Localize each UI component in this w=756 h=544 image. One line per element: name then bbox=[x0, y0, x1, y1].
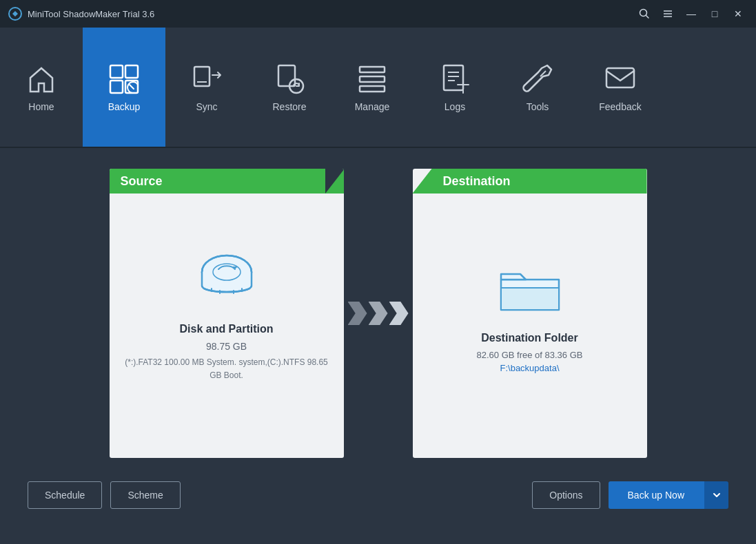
app-logo-icon bbox=[8, 7, 22, 21]
title-bar: MiniTool ShadowMaker Trial 3.6 — □ ✕ bbox=[0, 0, 756, 28]
svg-rect-23 bbox=[606, 68, 634, 87]
chevron-2 bbox=[369, 302, 388, 325]
nav-item-manage[interactable]: Manage bbox=[331, 28, 413, 147]
sync-icon bbox=[190, 63, 223, 96]
nav-label-manage: Manage bbox=[355, 101, 390, 112]
destination-header: Destination bbox=[413, 169, 647, 193]
app-title: MiniTool ShadowMaker Trial 3.6 bbox=[28, 9, 154, 19]
search-button[interactable] bbox=[635, 4, 654, 23]
svg-rect-6 bbox=[110, 65, 123, 78]
cards-area: Source bbox=[28, 169, 728, 458]
logs-icon bbox=[438, 63, 471, 96]
chevron-down-icon bbox=[712, 490, 722, 500]
chevron-1 bbox=[348, 302, 367, 325]
source-header: Source bbox=[110, 169, 344, 193]
source-size: 98.75 GB bbox=[206, 341, 247, 352]
menu-button[interactable] bbox=[658, 4, 677, 23]
options-button[interactable]: Options bbox=[532, 481, 600, 509]
nav-item-tools[interactable]: Tools bbox=[496, 28, 579, 147]
svg-rect-7 bbox=[125, 65, 138, 78]
source-detail: (*:).FAT32 100.00 MB System. system,(C:)… bbox=[110, 356, 344, 382]
nav-label-feedback: Feedback bbox=[599, 101, 641, 112]
manage-icon bbox=[356, 63, 389, 96]
destination-free: 82.60 GB free of 83.36 GB bbox=[477, 350, 583, 360]
nav-item-feedback[interactable]: Feedback bbox=[579, 28, 662, 147]
menu-icon bbox=[662, 8, 673, 19]
svg-line-2 bbox=[646, 16, 649, 19]
bottom-left: Schedule Scheme bbox=[28, 481, 181, 509]
bottom-bar: Schedule Scheme Options Back up Now bbox=[0, 472, 756, 519]
scheme-button[interactable]: Scheme bbox=[110, 481, 180, 509]
nav-label-backup: Backup bbox=[108, 101, 141, 112]
source-title: Disk and Partition bbox=[179, 323, 273, 335]
arrow-area bbox=[344, 302, 413, 325]
source-header-label: Source bbox=[121, 174, 163, 189]
svg-rect-10 bbox=[194, 67, 210, 86]
nav-item-sync[interactable]: Sync bbox=[165, 28, 248, 147]
home-icon bbox=[25, 63, 58, 96]
nav-item-backup[interactable]: Backup bbox=[83, 28, 165, 147]
feedback-icon bbox=[604, 63, 637, 96]
destination-path: F:\backupdata\ bbox=[500, 363, 560, 373]
schedule-button[interactable]: Schedule bbox=[28, 481, 102, 509]
bottom-right: Options Back up Now bbox=[532, 481, 728, 509]
maximize-button[interactable]: □ bbox=[705, 4, 724, 23]
svg-rect-18 bbox=[444, 65, 463, 90]
backup-now-dropdown-button[interactable] bbox=[704, 481, 728, 509]
nav-label-logs: Logs bbox=[445, 101, 465, 112]
nav-item-restore[interactable]: Restore bbox=[248, 28, 331, 147]
svg-rect-14 bbox=[360, 67, 385, 72]
title-controls: — □ ✕ bbox=[635, 4, 748, 23]
backup-icon bbox=[108, 63, 141, 96]
chevron-3 bbox=[389, 302, 409, 325]
backup-now-button[interactable]: Back up Now bbox=[609, 481, 704, 509]
main-content: Source bbox=[0, 148, 756, 472]
nav-label-home: Home bbox=[28, 101, 54, 112]
close-button[interactable]: ✕ bbox=[728, 4, 748, 23]
nav-label-tools: Tools bbox=[527, 101, 549, 112]
tools-icon bbox=[521, 63, 554, 96]
source-card[interactable]: Source bbox=[110, 169, 344, 458]
nav-item-home[interactable]: Home bbox=[0, 28, 83, 147]
nav-label-restore: Restore bbox=[272, 101, 306, 112]
destination-header-label: Destination bbox=[443, 174, 511, 189]
nav-item-logs[interactable]: Logs bbox=[413, 28, 496, 147]
nav-label-sync: Sync bbox=[196, 101, 217, 112]
restore-icon bbox=[273, 63, 306, 96]
destination-card[interactable]: Destination Destination Folder 82.60 GB … bbox=[413, 169, 647, 458]
nav-bar: Home Backup Sync Restore bbox=[0, 28, 756, 148]
svg-rect-8 bbox=[110, 81, 123, 93]
title-left: MiniTool ShadowMaker Trial 3.6 bbox=[8, 7, 154, 21]
svg-rect-16 bbox=[360, 86, 385, 92]
destination-title: Destination Folder bbox=[481, 332, 578, 344]
svg-rect-12 bbox=[278, 65, 295, 86]
chevrons bbox=[348, 302, 409, 325]
search-icon bbox=[639, 8, 650, 19]
svg-rect-15 bbox=[360, 76, 385, 82]
disk-icon bbox=[192, 251, 261, 309]
minimize-button[interactable]: — bbox=[682, 4, 701, 23]
folder-icon bbox=[496, 260, 564, 318]
